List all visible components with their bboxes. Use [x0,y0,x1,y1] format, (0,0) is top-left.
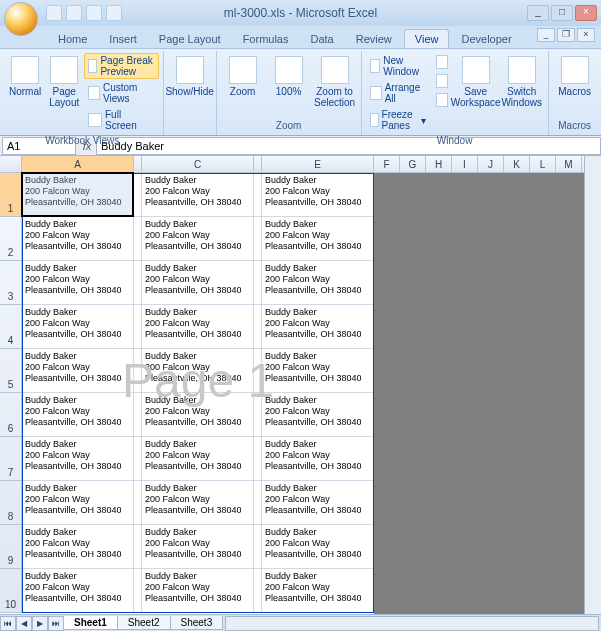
sheet-tab-1[interactable]: Sheet1 [63,616,118,630]
cell-E3[interactable]: Buddy Baker200 Falcon WayPleasantville, … [262,261,374,305]
normal-view-button[interactable]: Normal [6,53,44,133]
cell-E8[interactable]: Buddy Baker200 Falcon WayPleasantville, … [262,481,374,525]
tab-page-layout[interactable]: Page Layout [149,30,231,48]
cell-B7[interactable] [134,437,142,481]
cell-A7[interactable]: Buddy Baker200 Falcon WayPleasantville, … [22,437,134,481]
cell-E5[interactable]: Buddy Baker200 Falcon WayPleasantville, … [262,349,374,393]
cell-E2[interactable]: Buddy Baker200 Falcon WayPleasantville, … [262,217,374,261]
col-I[interactable]: I [452,156,478,172]
cell-C3[interactable]: Buddy Baker200 Falcon WayPleasantville, … [142,261,254,305]
cell-B6[interactable] [134,393,142,437]
cell-C4[interactable]: Buddy Baker200 Falcon WayPleasantville, … [142,305,254,349]
new-window-button[interactable]: New Window [366,53,430,79]
cell-B3[interactable] [134,261,142,305]
cell-C9[interactable]: Buddy Baker200 Falcon WayPleasantville, … [142,525,254,569]
tab-home[interactable]: Home [48,30,97,48]
col-K[interactable]: K [504,156,530,172]
col-B[interactable] [134,156,142,172]
cell-E1[interactable]: Buddy Baker200 Falcon WayPleasantville, … [262,173,374,217]
undo-icon[interactable] [66,5,82,21]
sheet-tab-3[interactable]: Sheet3 [170,616,224,630]
hide-button[interactable] [432,72,452,90]
row-7[interactable]: 7 [0,437,22,481]
wb-restore-button[interactable]: ❐ [557,28,575,42]
cell-A9[interactable]: Buddy Baker200 Falcon WayPleasantville, … [22,525,134,569]
cell-B2[interactable] [134,217,142,261]
cell-A2[interactable]: Buddy Baker200 Falcon WayPleasantville, … [22,217,134,261]
tab-nav-last[interactable]: ⏭ [48,616,64,631]
row-2[interactable]: 2 [0,217,22,261]
cell-A5[interactable]: Buddy Baker200 Falcon WayPleasantville, … [22,349,134,393]
col-A[interactable]: A [22,156,134,172]
show-hide-button[interactable]: Show/Hide [168,53,212,118]
col-M[interactable]: M [556,156,582,172]
tab-nav-first[interactable]: ⏮ [0,616,16,631]
cells[interactable]: Page 1 Buddy Baker200 Falcon WayPleasant… [22,173,374,613]
page-layout-button[interactable]: Page Layout [46,53,82,133]
full-screen-button[interactable]: Full Screen [84,107,158,133]
row-3[interactable]: 3 [0,261,22,305]
redo-icon[interactable] [86,5,102,21]
row-4[interactable]: 4 [0,305,22,349]
col-G[interactable]: G [400,156,426,172]
cell-D6[interactable] [254,393,262,437]
col-E[interactable]: E [262,156,374,172]
minimize-button[interactable]: _ [527,5,549,21]
zoom-100-button[interactable]: 100% [267,53,311,118]
tab-nav-next[interactable]: ▶ [32,616,48,631]
save-icon[interactable] [46,5,62,21]
cell-C2[interactable]: Buddy Baker200 Falcon WayPleasantville, … [142,217,254,261]
tab-view[interactable]: View [404,29,450,48]
col-H[interactable]: H [426,156,452,172]
tab-data[interactable]: Data [300,30,343,48]
cell-A6[interactable]: Buddy Baker200 Falcon WayPleasantville, … [22,393,134,437]
wb-close-button[interactable]: × [577,28,595,42]
vertical-scrollbar[interactable] [584,156,601,614]
cell-E4[interactable]: Buddy Baker200 Falcon WayPleasantville, … [262,305,374,349]
tab-formulas[interactable]: Formulas [233,30,299,48]
cell-A4[interactable]: Buddy Baker200 Falcon WayPleasantville, … [22,305,134,349]
col-L[interactable]: L [530,156,556,172]
cell-C1[interactable]: Buddy Baker200 Falcon WayPleasantville, … [142,173,254,217]
cell-C5[interactable]: Buddy Baker200 Falcon WayPleasantville, … [142,349,254,393]
tab-insert[interactable]: Insert [99,30,147,48]
macros-button[interactable]: Macros [553,53,597,118]
cell-B4[interactable] [134,305,142,349]
cell-D8[interactable] [254,481,262,525]
cell-D2[interactable] [254,217,262,261]
cell-B1[interactable] [134,173,142,217]
cell-C8[interactable]: Buddy Baker200 Falcon WayPleasantville, … [142,481,254,525]
switch-windows-button[interactable]: Switch Windows [500,53,544,133]
cell-D1[interactable] [254,173,262,217]
cell-E9[interactable]: Buddy Baker200 Falcon WayPleasantville, … [262,525,374,569]
save-workspace-button[interactable]: Save Workspace [454,53,498,133]
cell-B8[interactable] [134,481,142,525]
cell-E6[interactable]: Buddy Baker200 Falcon WayPleasantville, … [262,393,374,437]
tab-review[interactable]: Review [346,30,402,48]
cell-A3[interactable]: Buddy Baker200 Falcon WayPleasantville, … [22,261,134,305]
cell-B9[interactable] [134,525,142,569]
row-1[interactable]: 1 [0,173,22,217]
cell-A1[interactable]: Buddy Baker200 Falcon WayPleasantville, … [22,173,134,217]
cell-E10[interactable]: Buddy Baker200 Falcon WayPleasantville, … [262,569,374,613]
cell-B10[interactable] [134,569,142,613]
tab-nav-prev[interactable]: ◀ [16,616,32,631]
unhide-button[interactable] [432,91,452,109]
col-C[interactable]: C [142,156,254,172]
row-10[interactable]: 10 [0,569,22,613]
maximize-button[interactable]: □ [551,5,573,21]
close-button[interactable]: × [575,5,597,21]
cell-A10[interactable]: Buddy Baker200 Falcon WayPleasantville, … [22,569,134,613]
zoom-button[interactable]: Zoom [221,53,265,118]
row-5[interactable]: 5 [0,349,22,393]
cell-C10[interactable]: Buddy Baker200 Falcon WayPleasantville, … [142,569,254,613]
zoom-selection-button[interactable]: Zoom to Selection [313,53,357,118]
cell-D10[interactable] [254,569,262,613]
cell-D9[interactable] [254,525,262,569]
wb-minimize-button[interactable]: _ [537,28,555,42]
page-break-preview-button[interactable]: Page Break Preview [84,53,158,79]
office-button[interactable] [4,2,38,36]
row-9[interactable]: 9 [0,525,22,569]
cell-D7[interactable] [254,437,262,481]
cell-C6[interactable]: Buddy Baker200 Falcon WayPleasantville, … [142,393,254,437]
